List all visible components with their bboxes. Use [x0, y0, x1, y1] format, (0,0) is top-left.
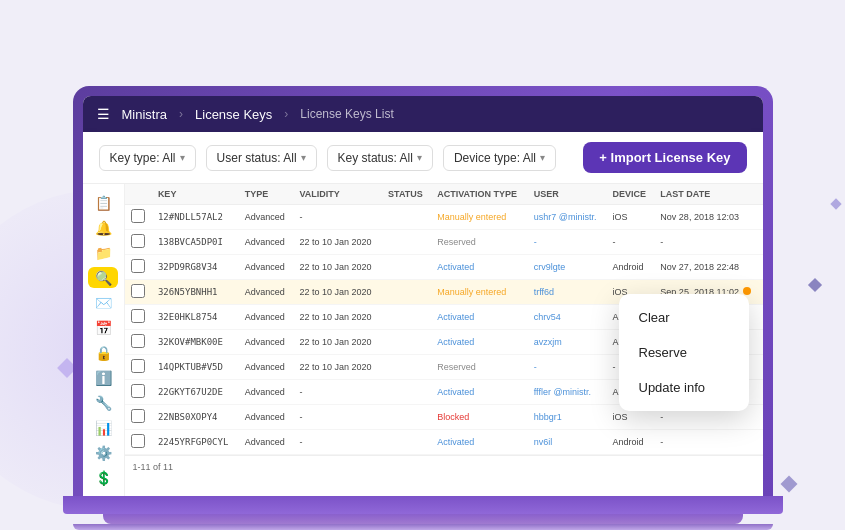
row-user[interactable]: hbbgr1	[528, 405, 607, 430]
laptop-screen: ☰ Ministra › License Keys › License Keys…	[83, 96, 763, 496]
row-activation: Reserved	[431, 230, 528, 255]
sidebar-item-analytics[interactable]: 📊	[88, 417, 118, 438]
bg-decoration-diamond-5	[830, 198, 841, 209]
import-license-key-button[interactable]: + Import License Key	[583, 142, 746, 173]
table-row[interactable]: 138BVCA5DP0I Advanced 22 to 10 Jan 2020 …	[125, 230, 763, 255]
row-user[interactable]: avzxjm	[528, 330, 607, 355]
row-activation: Activated	[431, 430, 528, 455]
row-key: 12#NDLL57AL2	[152, 205, 239, 230]
sidebar-item-security[interactable]: 🔒	[88, 342, 118, 363]
row-key: 326N5YBNHH1	[152, 280, 239, 305]
row-checkbox[interactable]	[125, 405, 152, 430]
laptop-screen-wrapper: ☰ Ministra › License Keys › License Keys…	[73, 86, 773, 496]
row-validity: -	[294, 430, 383, 455]
col-date: LAST DATE	[654, 184, 762, 205]
row-key: 32E0HKL8754	[152, 305, 239, 330]
sidebar-item-list[interactable]: 📋	[88, 192, 118, 213]
row-validity: 22 to 10 Jan 2020	[294, 305, 383, 330]
row-validity: 22 to 10 Jan 2020	[294, 255, 383, 280]
row-user[interactable]: chrv54	[528, 305, 607, 330]
row-checkbox[interactable]	[125, 330, 152, 355]
sidebar-item-notifications[interactable]: 🔔	[88, 217, 118, 238]
context-menu-item-update-info[interactable]: Update info	[619, 370, 749, 405]
row-type: Advanced	[239, 355, 294, 380]
col-checkbox	[125, 184, 152, 205]
row-date: -	[654, 430, 762, 455]
user-status-filter[interactable]: User status: All ▾	[206, 145, 317, 171]
row-status	[382, 380, 431, 405]
row-validity: 22 to 10 Jan 2020	[294, 280, 383, 305]
row-checkbox[interactable]	[125, 305, 152, 330]
laptop-label: MacBook	[43, 460, 803, 472]
row-user[interactable]: ushr7 @ministr.	[528, 205, 607, 230]
row-status	[382, 355, 431, 380]
hamburger-icon[interactable]: ☰	[97, 106, 110, 122]
row-key: 32PD9RG8V34	[152, 255, 239, 280]
col-device: DEVICE	[606, 184, 654, 205]
row-checkbox[interactable]	[125, 230, 152, 255]
row-user[interactable]: fffler @ministr.	[528, 380, 607, 405]
row-user[interactable]: -	[528, 230, 607, 255]
laptop-foot	[73, 524, 773, 530]
row-type: Advanced	[239, 330, 294, 355]
context-menu-item-reserve[interactable]: Reserve	[619, 335, 749, 370]
breadcrumb: License Keys List	[300, 107, 393, 121]
sidebar-item-search[interactable]: 🔍	[88, 267, 118, 288]
row-date: -	[654, 230, 762, 255]
row-checkbox[interactable]	[125, 380, 152, 405]
row-validity: -	[294, 380, 383, 405]
row-checkbox[interactable]	[125, 280, 152, 305]
table-row[interactable]: 32PD9RG8V34 Advanced 22 to 10 Jan 2020 A…	[125, 255, 763, 280]
sidebar-item-calendar[interactable]: 📅	[88, 317, 118, 338]
row-status	[382, 430, 431, 455]
key-status-filter[interactable]: Key status: All ▾	[327, 145, 433, 171]
row-activation: Activated	[431, 305, 528, 330]
row-validity: -	[294, 205, 383, 230]
row-device: -	[606, 230, 654, 255]
row-user[interactable]: -	[528, 355, 607, 380]
chevron-down-icon: ▾	[180, 152, 185, 163]
bg-decoration-diamond-4	[808, 278, 822, 292]
col-activation: ACTIVATION TYPE	[431, 184, 528, 205]
chevron-down-icon: ▾	[301, 152, 306, 163]
col-type: TYPE	[239, 184, 294, 205]
row-status	[382, 305, 431, 330]
row-activation: Blocked	[431, 405, 528, 430]
row-checkbox[interactable]	[125, 355, 152, 380]
laptop-stand	[103, 514, 743, 524]
row-status	[382, 330, 431, 355]
row-checkbox[interactable]	[125, 430, 152, 455]
row-type: Advanced	[239, 280, 294, 305]
main-content: 📋 🔔 📁 🔍 ✉️ 📅 🔒 ℹ️ 🔧 📊 ⚙️ 💲	[83, 184, 763, 496]
context-menu-item-clear[interactable]: Clear	[619, 300, 749, 335]
sidebar-item-mail[interactable]: ✉️	[88, 292, 118, 313]
sidebar-item-tools[interactable]: 🔧	[88, 392, 118, 413]
row-user[interactable]: trff6d	[528, 280, 607, 305]
device-type-filter[interactable]: Device type: All ▾	[443, 145, 556, 171]
row-checkbox[interactable]	[125, 255, 152, 280]
row-type: Advanced	[239, 380, 294, 405]
row-key: 22GKYT67U2DE	[152, 380, 239, 405]
sidebar-item-files[interactable]: 📁	[88, 242, 118, 263]
row-user[interactable]: nv6il	[528, 430, 607, 455]
nav-license-keys-link[interactable]: License Keys	[195, 107, 272, 122]
row-activation: Manually entered	[431, 205, 528, 230]
row-status	[382, 230, 431, 255]
row-type: Advanced	[239, 255, 294, 280]
row-key: 32KOV#MBK00E	[152, 330, 239, 355]
row-status	[382, 255, 431, 280]
sidebar-item-info[interactable]: ℹ️	[88, 367, 118, 388]
table-area: KEY TYPE VALIDITY STATUS ACTIVATION TYPE…	[125, 184, 763, 496]
row-user[interactable]: crv9lgte	[528, 255, 607, 280]
row-validity: -	[294, 405, 383, 430]
row-status	[382, 405, 431, 430]
row-type: Advanced	[239, 230, 294, 255]
row-status	[382, 280, 431, 305]
table-row[interactable]: 2245YRFGP0CYL Advanced - Activated nv6il…	[125, 430, 763, 455]
nav-brand: Ministra	[122, 107, 168, 122]
key-type-filter[interactable]: Key type: All ▾	[99, 145, 196, 171]
table-row[interactable]: 12#NDLL57AL2 Advanced - Manually entered…	[125, 205, 763, 230]
row-activation: Activated	[431, 255, 528, 280]
col-status: STATUS	[382, 184, 431, 205]
row-checkbox[interactable]	[125, 205, 152, 230]
